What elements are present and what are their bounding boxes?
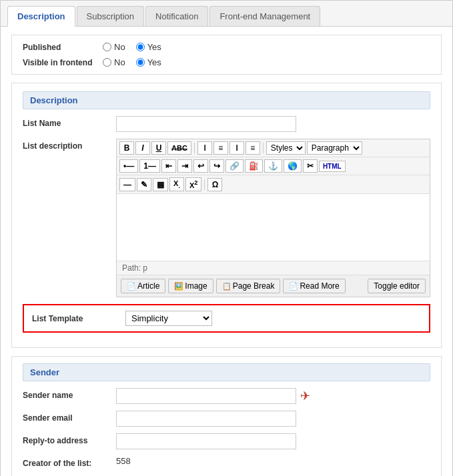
- list-template-label: List Template: [32, 314, 125, 323]
- anchor-button[interactable]: ⚓: [264, 159, 282, 173]
- undo-button[interactable]: ↩: [193, 159, 208, 173]
- visible-no-label: No: [114, 57, 125, 67]
- sender-name-control: ✈: [116, 388, 430, 404]
- sender-section-header: Sender: [23, 363, 430, 381]
- unlink-button[interactable]: ⛽: [245, 159, 263, 173]
- link-button[interactable]: 🔗: [225, 159, 244, 173]
- image-btn[interactable]: 🌎: [284, 159, 302, 173]
- sender-email-control: [116, 411, 430, 427]
- tab-bar: Description Subscription Notification Fr…: [1, 1, 452, 27]
- italic-button[interactable]: I: [135, 141, 150, 155]
- styles-select[interactable]: Styles: [266, 141, 306, 155]
- list-template-select[interactable]: Simplicity Default Classic: [125, 311, 212, 326]
- bold-button[interactable]: B: [119, 141, 134, 155]
- list-name-input[interactable]: [116, 116, 296, 132]
- published-yes-radio[interactable]: [136, 43, 145, 51]
- page-break-button[interactable]: 📋 Page Break: [216, 279, 281, 293]
- creator-label: Creator of the list:: [23, 456, 116, 468]
- content-area: Published No Yes Visible in frontend: [1, 27, 452, 476]
- published-settings-box: Published No Yes Visible in frontend: [11, 35, 442, 75]
- editor-content-area[interactable]: [117, 194, 430, 261]
- list-description-label: List description: [23, 139, 116, 151]
- sender-email-input[interactable]: [116, 411, 296, 427]
- visible-yes-option[interactable]: Yes: [136, 57, 161, 67]
- read-more-icon: 📄: [289, 282, 298, 291]
- underline-button[interactable]: U: [151, 141, 166, 155]
- published-yes-label: Yes: [147, 42, 161, 52]
- image-label: Image: [185, 281, 207, 291]
- published-no-label: No: [114, 42, 125, 52]
- align-left-button[interactable]: ⁞: [197, 141, 212, 155]
- cleanup-button[interactable]: ✂: [303, 159, 318, 173]
- visible-row: Visible in frontend No Yes: [23, 57, 430, 67]
- description-section: Description List Name List description B…: [11, 83, 442, 348]
- hr-button[interactable]: —: [119, 178, 135, 191]
- list-name-label: List Name: [23, 116, 116, 128]
- align-justify-button[interactable]: ≡: [246, 141, 260, 155]
- superscript-button[interactable]: X2: [185, 177, 201, 191]
- page-break-icon: 📋: [222, 282, 232, 291]
- list-description-editor: B I U ABC ⁞ ≡ ⁞ ≡ Styles: [116, 139, 430, 297]
- published-label: Published: [23, 43, 103, 52]
- visible-radio-group: No Yes: [103, 57, 161, 67]
- align-center-button[interactable]: ≡: [213, 141, 228, 155]
- sender-name-label: Sender name: [23, 388, 116, 400]
- sender-email-row: Sender email: [23, 411, 430, 427]
- published-yes-option[interactable]: Yes: [136, 42, 161, 52]
- list-name-row: List Name: [23, 116, 430, 132]
- editor-wrapper: B I U ABC ⁞ ≡ ⁞ ≡ Styles: [116, 139, 430, 297]
- reply-to-label: Reply-to address: [23, 433, 116, 445]
- visible-yes-radio[interactable]: [136, 58, 145, 67]
- sender-section: Sender Sender name ✈ Sender email Reply-…: [11, 356, 442, 476]
- page-break-label: Page Break: [233, 281, 275, 291]
- sender-name-row: Sender name ✈: [23, 388, 430, 404]
- toolbar-row-1: B I U ABC ⁞ ≡ ⁞ ≡ Styles: [117, 139, 430, 157]
- editor-path: Path: p: [117, 261, 430, 275]
- published-no-radio[interactable]: [103, 43, 111, 51]
- tab-description[interactable]: Description: [7, 6, 75, 27]
- sender-email-label: Sender email: [23, 411, 116, 423]
- visible-label: Visible in frontend: [23, 58, 103, 67]
- toolbar-row-3: — ✎ ▦ X. X2 Ω: [117, 175, 430, 194]
- toolbar-row-2: •— 1— ⇤ ⇥ ↩ ↪ 🔗 ⛽ ⚓ 🌎 ✂ HTML: [117, 157, 430, 175]
- visible-no-option[interactable]: No: [103, 57, 125, 67]
- redo-button[interactable]: ↪: [209, 159, 224, 173]
- ordered-list-button[interactable]: 1—: [139, 159, 160, 173]
- outdent-button[interactable]: ⇤: [161, 159, 176, 173]
- image-icon: 🖼️: [174, 282, 183, 291]
- subscript-button[interactable]: X.: [169, 177, 184, 191]
- strikethrough-label: ABC: [171, 144, 187, 152]
- tab-frontend[interactable]: Front-end Management: [209, 6, 320, 26]
- toggle-editor-button[interactable]: Toggle editor: [368, 279, 426, 293]
- image-insert-button[interactable]: 🖼️ Image: [168, 279, 213, 293]
- pencil-button[interactable]: ✎: [137, 178, 151, 191]
- published-no-option[interactable]: No: [103, 42, 125, 52]
- description-section-header: Description: [23, 91, 430, 109]
- list-name-control: [116, 116, 430, 132]
- visible-no-radio[interactable]: [103, 58, 111, 67]
- article-button[interactable]: 📄 Article: [121, 279, 165, 293]
- reply-to-input[interactable]: [116, 433, 296, 449]
- tab-subscription[interactable]: Subscription: [77, 6, 145, 26]
- toolbar-sep-3: [204, 179, 205, 190]
- published-radio-group: No Yes: [103, 42, 161, 52]
- visible-yes-label: Yes: [147, 57, 161, 67]
- read-more-label: Read More: [300, 281, 339, 291]
- list-description-row: List description B I U ABC ⁞ ≡ ⁞: [23, 139, 430, 297]
- unordered-list-button[interactable]: •—: [119, 159, 138, 173]
- creator-row: Creator of the list: 558: [23, 456, 430, 468]
- indent-button[interactable]: ⇥: [177, 159, 192, 173]
- html-button[interactable]: HTML: [319, 161, 346, 172]
- read-more-button[interactable]: 📄 Read More: [283, 279, 345, 293]
- align-right-button[interactable]: ⁞: [230, 141, 244, 155]
- article-icon: 📄: [127, 282, 136, 291]
- main-container: Description Subscription Notification Fr…: [0, 0, 453, 476]
- article-label: Article: [137, 281, 159, 291]
- paragraph-select[interactable]: Paragraph: [307, 141, 362, 155]
- omega-button[interactable]: Ω: [207, 178, 222, 191]
- sender-name-input[interactable]: [116, 388, 296, 404]
- table-button[interactable]: ▦: [153, 178, 168, 191]
- toolbar-sep-2: [263, 143, 264, 153]
- strikethrough-button[interactable]: ABC: [167, 141, 191, 155]
- tab-notification[interactable]: Notification: [145, 6, 208, 26]
